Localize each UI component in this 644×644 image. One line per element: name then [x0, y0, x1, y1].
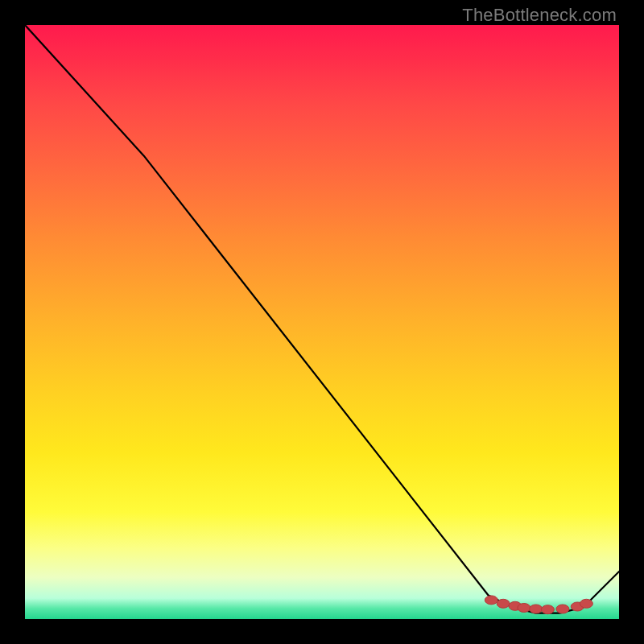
- optimal-marker: [497, 599, 510, 608]
- plot-area: [25, 25, 619, 619]
- chart-overlay: [25, 25, 619, 619]
- chart-frame: TheBottleneck.com: [0, 0, 644, 644]
- optimal-marker: [485, 596, 497, 605]
- optimal-marker: [580, 599, 592, 608]
- bottleneck-curve: [25, 25, 619, 613]
- optimal-marker: [518, 604, 530, 613]
- attribution-text: TheBottleneck.com: [462, 5, 617, 26]
- optimal-marker: [541, 605, 554, 614]
- optimal-range-markers: [485, 596, 592, 614]
- optimal-marker: [556, 605, 569, 613]
- optimal-marker: [530, 605, 543, 613]
